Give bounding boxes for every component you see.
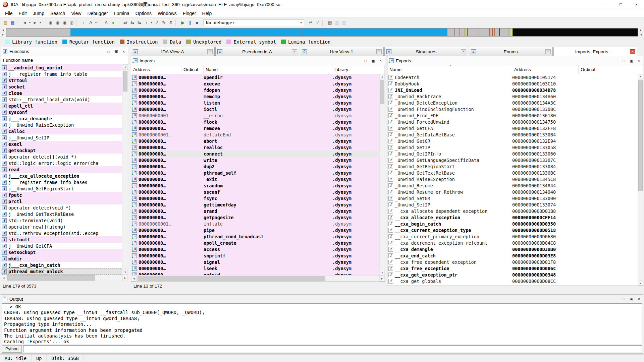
- export-row[interactable]: fJNI_OnLoad 0000000000034D78: [387, 87, 637, 93]
- export-row[interactable]: f__cxa_demangle 00000000000D3BB0: [387, 246, 637, 252]
- function-row[interactable]: f j__Unwind_RaiseException: [1, 122, 122, 128]
- function-row[interactable]: f sysconf: [1, 109, 122, 115]
- export-row[interactable]: f_Unwind_GetTextRelBase 00000000001330BC: [387, 170, 637, 176]
- function-row[interactable]: f std::__thread_local_data(void): [1, 96, 122, 103]
- function-row[interactable]: f operator delete[](void *): [1, 154, 122, 160]
- tab-close-button[interactable]: ×: [545, 49, 551, 54]
- import-row[interactable]: 000000000… abort .dynsym: [131, 138, 379, 144]
- panel-maximize-button[interactable]: □: [363, 59, 368, 63]
- function-row[interactable]: f execl: [1, 141, 122, 147]
- navband-scroll-right-button[interactable]: ►: [1, 33, 5, 36]
- import-row[interactable]: 000000000… srand .dynsym: [131, 208, 379, 214]
- import-row[interactable]: 000000000… epoll_create .dynsym: [131, 240, 379, 246]
- function-row[interactable]: f setsockopt: [1, 249, 122, 255]
- function-row[interactable]: f std::logic_error::logic_error(cha: [1, 160, 122, 166]
- tab-imports-exports[interactable]: Imports, Exports ×: [553, 47, 637, 56]
- import-row[interactable]: 00000000001… __errno .dynsym: [131, 112, 379, 119]
- minimize-button[interactable]: —: [598, 0, 613, 9]
- column-ordinal[interactable]: Ordinal: [181, 65, 204, 74]
- import-row[interactable]: 000000000… getpagesize .dynsym: [131, 214, 379, 221]
- jump-address-button[interactable]: ↑: [80, 19, 87, 26]
- export-row[interactable]: f_Unwind_RaiseException 00000000001345C8: [387, 176, 637, 182]
- export-row[interactable]: f_Unwind_ForcedUnwind 0000000000134750: [387, 119, 637, 125]
- panel-float-button[interactable]: ▣: [113, 49, 119, 54]
- import-row[interactable]: 000000000… execve .dynsym: [131, 80, 379, 87]
- function-row[interactable]: f operator delete(void *): [1, 204, 122, 211]
- import-row[interactable]: 000000000… write .dynsym: [131, 157, 379, 163]
- exports-vertical-scrollbar[interactable]: ∧ ∨: [638, 74, 643, 286]
- import-row[interactable]: 000000000… snprintf .dynsym: [131, 252, 379, 259]
- column-address[interactable]: Address: [512, 65, 579, 74]
- menu-item[interactable]: Windows: [155, 10, 180, 17]
- tab-ida-view-a[interactable]: ≡ IDA View-A ×: [131, 47, 215, 56]
- create-function-dropdown[interactable]: ▼: [150, 19, 153, 26]
- import-row[interactable]: 00000000001… deflateEnd .dynsym: [131, 131, 379, 138]
- maximize-button[interactable]: □: [613, 0, 629, 9]
- scrollbar-thumb[interactable]: [138, 276, 325, 281]
- imports-horizontal-scrollbar[interactable]: ◄ ►: [131, 275, 385, 282]
- column-library[interactable]: Library: [332, 65, 385, 74]
- debugger-stop-button[interactable]: ■: [194, 19, 201, 26]
- function-row[interactable]: f close: [1, 90, 122, 96]
- import-row[interactable]: 000000000… memcmp .dynsym: [131, 93, 379, 100]
- menu-item[interactable]: Help: [199, 10, 215, 17]
- tab-close-button[interactable]: ×: [461, 49, 466, 54]
- import-row[interactable]: 000000000… fsync .dynsym: [131, 195, 379, 201]
- add-data-xref-button[interactable]: ⇆: [129, 19, 136, 26]
- menu-item[interactable]: Finger: [180, 10, 199, 17]
- debugger-setup-icon[interactable]: ✓: [314, 19, 321, 26]
- scrollbar-thumb[interactable]: [638, 80, 643, 191]
- export-row[interactable]: f__cxa_allocate_exception 00000000000CFF…: [387, 214, 637, 221]
- export-row[interactable]: f_Unwind_FindEnclosingFunction 000000000…: [387, 106, 637, 112]
- patch-bytes-button[interactable]: ↹: [136, 19, 143, 26]
- export-row[interactable]: f_Unwind_Resume_or_Rethrow 0000000000134…: [387, 189, 637, 195]
- import-row[interactable]: 000000000… ioctl .dynsym: [131, 106, 379, 112]
- export-row[interactable]: f__cxa_get_exception_ptr 00000000000D034…: [387, 272, 637, 278]
- import-row[interactable]: 000000000… access .dynsym: [131, 246, 379, 252]
- export-row[interactable]: f__cxa_begin_catch 00000000000D0350: [387, 221, 637, 227]
- column-ordinal[interactable]: Ordinal: [579, 65, 643, 74]
- tab-pseudocode-a[interactable]: ≡ Pseudocode-A ×: [215, 47, 299, 56]
- function-row[interactable]: f read: [1, 166, 122, 173]
- menu-item[interactable]: View: [68, 10, 84, 17]
- import-row[interactable]: 000000000… getpid .dynsym: [131, 272, 379, 275]
- function-row[interactable]: f j__Unwind_SetIP: [1, 134, 122, 141]
- search-text-button[interactable]: ◉: [54, 19, 61, 26]
- search-again-button[interactable]: ◎: [68, 19, 75, 26]
- navband-scroll-left-button[interactable]: ◄: [1, 28, 5, 32]
- function-row[interactable]: f j___register_frame_info_table: [1, 71, 122, 77]
- toolbar-separator[interactable]: [17, 20, 20, 26]
- tab-enums[interactable]: ≡ Enums ×: [469, 47, 553, 56]
- panel-close-button[interactable]: ×: [378, 59, 383, 63]
- import-row[interactable]: 000000000… opendir .dynsym: [131, 74, 379, 80]
- menu-item[interactable]: Search: [47, 10, 68, 17]
- navigation-band[interactable]: [6, 28, 638, 37]
- scroll-down-button[interactable]: ∨: [638, 280, 643, 286]
- navband-scroll-left-button[interactable]: ◄: [639, 33, 643, 36]
- scrollbar-thumb[interactable]: [380, 80, 384, 104]
- import-row[interactable]: 000000000… connect .dynsym: [131, 150, 379, 157]
- strings-dropdown[interactable]: ▼: [94, 19, 98, 26]
- export-row[interactable]: f__cxa_get_globals 00000000000D08CC: [387, 278, 637, 284]
- export-row[interactable]: f__cxa_current_exception_type 0000000000…: [387, 227, 637, 233]
- export-row[interactable]: f_Unwind_GetIP 0000000000133058: [387, 144, 637, 150]
- export-row[interactable]: f_Unwind_Resume 0000000000134844: [387, 182, 637, 189]
- function-row[interactable]: f std::terminate(void): [1, 217, 122, 224]
- import-row[interactable]: 00000000001… inflate .dynsym: [131, 221, 379, 227]
- imports-vertical-scrollbar[interactable]: ∧ ∨: [379, 74, 385, 275]
- panel-maximize-button[interactable]: □: [622, 59, 627, 63]
- open-file-button[interactable]: ▨: [2, 19, 9, 26]
- scroll-up-button[interactable]: ∧: [123, 64, 128, 70]
- export-row[interactable]: f__cxa_current_primary_exception 0000000…: [387, 233, 637, 240]
- breakpoint-list-icon[interactable]: ▥: [333, 19, 340, 26]
- panel-float-button[interactable]: ▣: [370, 59, 376, 63]
- export-row[interactable]: f_Unwind_Backtrace 0000000000134A60: [387, 93, 637, 100]
- import-row[interactable]: 000000000… realloc .dynsym: [131, 144, 379, 150]
- scroll-right-button[interactable]: ►: [122, 275, 128, 281]
- import-row[interactable]: 000000000… pipe .dynsym: [131, 227, 379, 233]
- column-function-name[interactable]: Function name: [1, 56, 128, 64]
- export-row[interactable]: f_Unwind_GetLanguageSpecificData 0000000…: [387, 157, 637, 163]
- function-row[interactable]: f strtoull: [1, 236, 122, 243]
- scrollbar-thumb[interactable]: [7, 275, 95, 281]
- scrollbar-thumb[interactable]: [123, 71, 127, 92]
